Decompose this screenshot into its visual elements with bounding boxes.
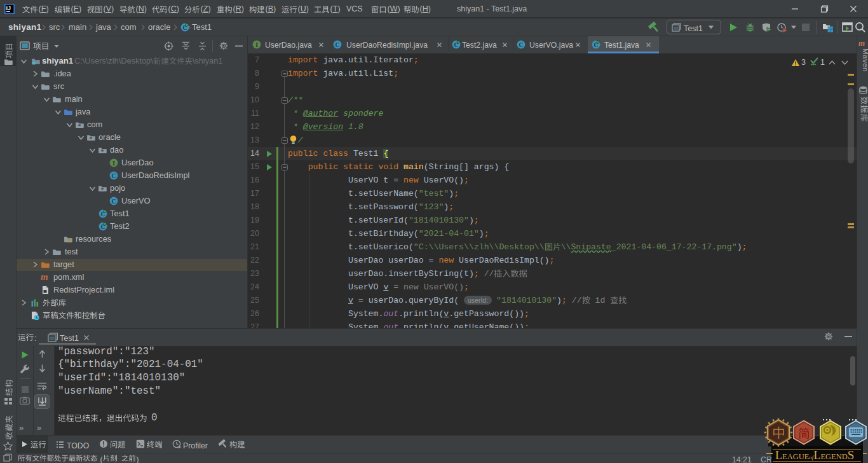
svg-text:I: I xyxy=(255,41,258,48)
svg-text:C: C xyxy=(336,41,340,48)
svg-text:C: C xyxy=(112,198,116,205)
svg-text:C: C xyxy=(112,172,116,179)
svg-text:IJ: IJ xyxy=(6,5,11,11)
svg-text:C: C xyxy=(519,41,524,48)
svg-text:I: I xyxy=(112,160,115,167)
